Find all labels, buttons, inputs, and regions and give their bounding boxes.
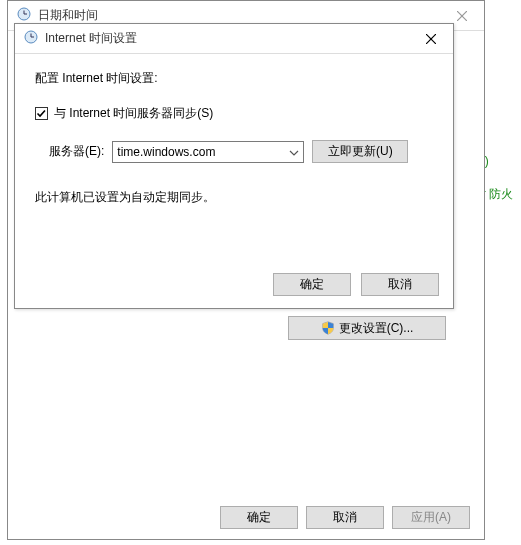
- sync-checkbox[interactable]: [35, 107, 48, 120]
- internet-time-settings-dialog: Internet 时间设置 配置 Internet 时间设置: 与 Intern…: [14, 23, 454, 309]
- ok-button[interactable]: 确定: [220, 506, 298, 529]
- dialog-footer: 确定 取消: [273, 273, 439, 296]
- close-icon[interactable]: [408, 24, 453, 54]
- dialog-titlebar: Internet 时间设置: [15, 24, 453, 54]
- server-row: 服务器(E): time.windows.com 立即更新(U): [35, 140, 433, 163]
- sync-checkbox-row: 与 Internet 时间服务器同步(S): [35, 105, 433, 122]
- shield-icon: [321, 321, 335, 335]
- apply-button[interactable]: 应用(A): [392, 506, 470, 529]
- server-value: time.windows.com: [117, 145, 289, 159]
- server-combobox[interactable]: time.windows.com: [112, 141, 304, 163]
- dialog-ok-button[interactable]: 确定: [273, 273, 351, 296]
- dialog-cancel-button[interactable]: 取消: [361, 273, 439, 296]
- update-now-button[interactable]: 立即更新(U): [312, 140, 408, 163]
- dialog-title: Internet 时间设置: [45, 30, 408, 47]
- date-time-title: 日期和时间: [38, 7, 439, 24]
- change-settings-label: 更改设置(C)...: [339, 320, 414, 337]
- clock-icon: [23, 29, 39, 48]
- configure-label: 配置 Internet 时间设置:: [35, 70, 433, 87]
- sync-status-text: 此计算机已设置为自动定期同步。: [35, 189, 433, 206]
- change-settings-button[interactable]: 更改设置(C)...: [288, 316, 446, 340]
- date-time-footer: 确定 取消 应用(A): [220, 506, 470, 529]
- sync-checkbox-label: 与 Internet 时间服务器同步(S): [54, 105, 213, 122]
- server-label: 服务器(E):: [49, 143, 104, 160]
- dialog-body: 配置 Internet 时间设置: 与 Internet 时间服务器同步(S) …: [15, 54, 453, 216]
- cancel-button[interactable]: 取消: [306, 506, 384, 529]
- chevron-down-icon[interactable]: [289, 145, 299, 159]
